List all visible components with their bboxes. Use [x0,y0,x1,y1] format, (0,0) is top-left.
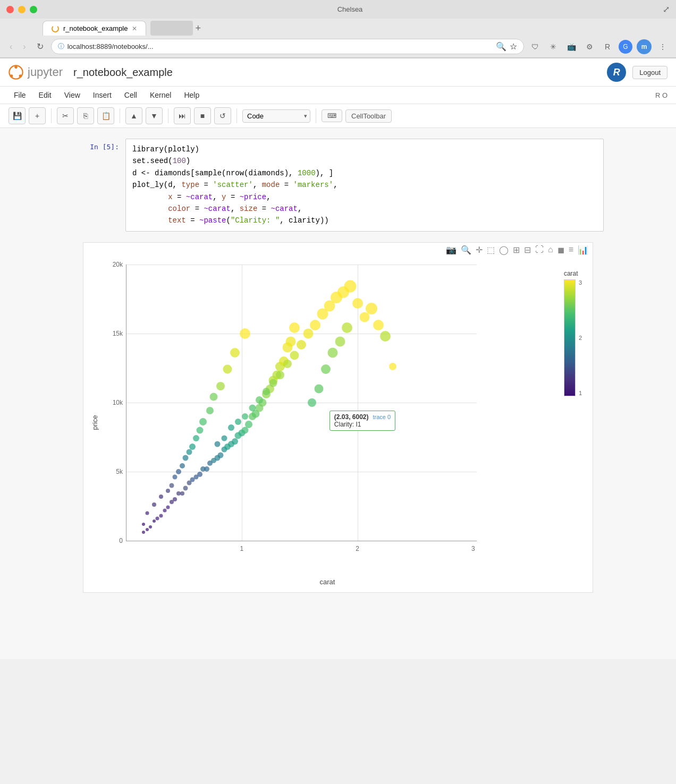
notebook-name[interactable]: r_notebook_example [73,66,173,79]
back-button[interactable]: ‹ [6,40,15,54]
chart-inner: 20k 15k 10k 5k 0 1 2 3 [126,265,477,541]
menu-cell[interactable]: Cell [119,89,142,101]
address-bar[interactable]: ⓘ 🔍 ☆ [51,39,524,54]
dot [163,508,166,512]
fullscreen-button[interactable]: ⤢ [663,4,670,14]
dot [173,497,177,501]
new-tab-button[interactable]: + [195,23,201,34]
dot [159,514,163,517]
autoscale-button[interactable]: ⛶ [535,245,544,254]
tooltip-text: Clarity: I1 [334,421,391,428]
avatar[interactable]: m [637,39,652,54]
jupyter-title: jupyter [28,65,63,79]
toggle-spike-lines[interactable]: ◼ [557,245,564,255]
box-select-button[interactable]: ⬚ [487,245,495,255]
code-line-3: d <- diamonds[sample(nrow(diamonds), 100… [132,167,597,179]
zoom-in-button[interactable]: ⊞ [513,245,520,255]
window-controls [6,6,37,13]
menu-view[interactable]: View [59,89,86,101]
maximize-button[interactable] [30,6,37,13]
jupyter-header: jupyter r_notebook_example R Logout [0,58,676,87]
dot [206,407,214,414]
title-bar: Chelsea ⤢ [0,0,676,19]
dot [256,396,263,404]
nav-actions: 🛡 ✳ 📺 ⚙ R G m ⋮ [528,39,670,54]
show-all-button[interactable]: 📊 [578,245,588,255]
dot [240,328,250,339]
add-cell-button[interactable]: + [29,107,46,124]
colorbar-label-2: 2 [579,335,582,341]
settings-icon[interactable]: ⚙ [582,40,596,54]
cell-type-select[interactable]: Code Markdown Raw NBConvert [242,109,310,123]
tab-loading-icon [52,25,59,32]
dot [297,340,306,350]
svg-point-2 [19,74,22,78]
google-icon[interactable]: G [619,40,632,54]
menu-kernel[interactable]: Kernel [145,89,176,101]
nav-bar: ‹ › ↻ ⓘ 🔍 ☆ 🛡 ✳ 📺 ⚙ R G m ⋮ [0,36,676,58]
dot [145,511,149,515]
cell-code[interactable]: library(plotly) set.seed(100) d <- diamo… [125,139,604,232]
tab-close-button[interactable]: ✕ [132,25,137,32]
zoom-button[interactable]: 🔍 [461,245,471,255]
dot [183,455,189,461]
dot [290,351,299,360]
profiles-icon[interactable]: R [601,40,614,54]
dot [176,469,181,474]
separator-4 [236,108,237,123]
shield-icon[interactable]: 🛡 [528,40,542,54]
cell-toolbar-button[interactable]: CellToolbar [345,109,392,123]
url-input[interactable] [67,42,493,50]
lasso-select-button[interactable]: ◯ [499,245,509,255]
x-axis-title: carat [126,578,529,592]
zoom-out-button[interactable]: ⊟ [524,245,531,255]
plot-toolbar: 📷 🔍 ✛ ⬚ ◯ ⊞ ⊟ ⛶ ⌂ ◼ ≡ 📊 [83,243,593,257]
cell-type-wrapper[interactable]: Code Markdown Raw NBConvert [242,109,310,123]
dot [169,483,174,488]
menu-icon[interactable]: ⋮ [656,40,670,54]
move-up-button[interactable]: ▲ [125,107,142,124]
extensions-icon[interactable]: ✳ [546,40,560,54]
download-plot-button[interactable]: 📷 [446,245,457,255]
home-button[interactable]: ⌂ [548,245,553,254]
minimize-button[interactable] [18,6,26,13]
skip-button[interactable]: ⏭ [174,107,191,124]
keyboard-shortcuts-button[interactable]: ⌨ [322,109,342,122]
logout-button[interactable]: Logout [632,66,667,79]
chart-wrapper: price 20k 15k 10k 5k 0 [83,259,593,578]
reload-button[interactable]: ↻ [33,39,47,54]
save-button[interactable]: 💾 [9,107,26,124]
active-tab[interactable]: r_notebook_example ✕ [43,21,146,36]
paste-button[interactable]: 📋 [97,107,114,124]
move-down-button[interactable]: ▼ [146,107,163,124]
forward-button[interactable]: › [20,40,29,54]
jupyter-right: R Logout [607,63,667,82]
pan-button[interactable]: ✛ [476,245,483,255]
menu-file[interactable]: File [9,89,31,101]
cast-icon[interactable]: 📺 [564,40,578,54]
code-line-2: set.seed(100) [132,155,597,167]
restart-button[interactable]: ↺ [214,107,231,124]
menu-edit[interactable]: Edit [33,89,57,101]
grid-h-1 [126,265,477,265]
cut-button[interactable]: ✂ [57,107,74,124]
show-closest-button[interactable]: ≡ [569,245,573,254]
y-label-15k: 15k [113,330,123,337]
dot [166,506,170,509]
menu-items: File Edit View Insert Cell Kernel Help [9,89,205,101]
tab-placeholder[interactable] [150,21,193,36]
dot [196,427,203,433]
dot [186,449,192,455]
dot [204,466,209,472]
dot [193,435,199,441]
dot [166,489,170,493]
copy-button[interactable]: ⎘ [77,107,94,124]
y-axis-title: price [91,415,99,430]
x-axis-line [126,541,477,541]
y-label-10k: 10k [113,399,123,406]
menu-help[interactable]: Help [179,89,205,101]
dot [315,384,324,393]
stop-button[interactable]: ■ [194,107,211,124]
close-button[interactable] [6,6,14,13]
menu-insert[interactable]: Insert [88,89,117,101]
